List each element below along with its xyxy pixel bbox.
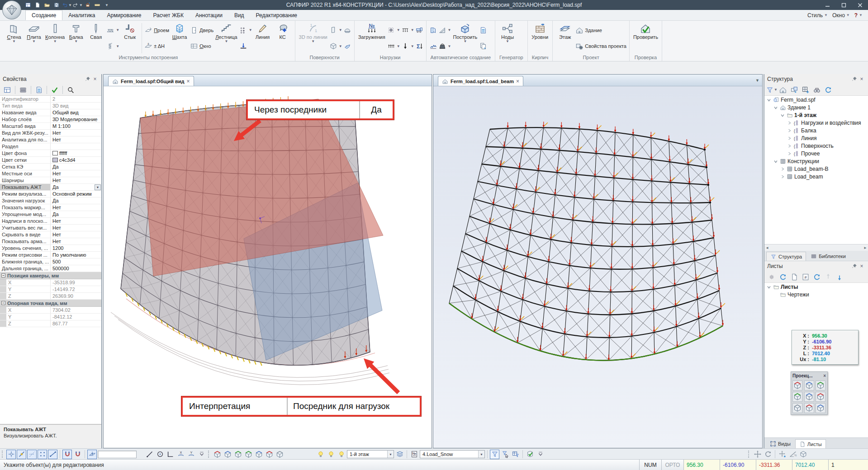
property-row[interactable]: Y-14149.72	[0, 286, 101, 293]
dropdown-icon[interactable]: ▼	[95, 184, 101, 190]
ribbon-button-Загружения[interactable]: №Загружения	[357, 22, 387, 54]
numbering-button[interactable]: #	[801, 273, 810, 282]
ribbon-button-shellcard[interactable]	[343, 40, 351, 52]
property-row[interactable]: Идентификатор2	[0, 96, 101, 103]
minimize-button-icon[interactable]	[819, 0, 835, 10]
viewport2-canvas[interactable]	[433, 86, 762, 448]
property-row[interactable]: Набор слоёв3D Моделирование	[0, 116, 101, 123]
structure-tree-item[interactable]: {Поверхность	[764, 142, 868, 150]
tab-list-icon[interactable]: ▼	[755, 78, 759, 83]
set-filter-button[interactable]: ▼	[767, 85, 776, 94]
new-sheet-button[interactable]	[790, 273, 799, 282]
pan-button[interactable]	[753, 450, 762, 459]
pin-icon[interactable]	[851, 263, 858, 270]
settings-button[interactable]	[767, 273, 776, 282]
magnet-view-button[interactable]	[62, 450, 72, 459]
overflow-down-button[interactable]	[536, 450, 545, 459]
filter-table-button[interactable]	[511, 450, 520, 459]
ribbon-button-points[interactable]: ▼	[239, 24, 252, 36]
overflow-down-button[interactable]: ▼	[102, 0, 111, 9]
magnet-object-button[interactable]	[73, 450, 82, 459]
viewport2-tab[interactable]: Ferm_load.spf:Load_beam ×	[438, 76, 523, 86]
ribbon-button-dist-load[interactable]: ▼	[401, 24, 414, 36]
update-sheet-button[interactable]	[812, 273, 821, 282]
projection-left-button[interactable]	[792, 392, 802, 402]
menu-?[interactable]: ?▼	[854, 12, 863, 19]
rotate-x-button[interactable]: X	[176, 450, 185, 459]
ribbon-button-group-load[interactable]: ▼	[387, 40, 400, 52]
property-section[interactable]: −Опорная точка вида, мм	[0, 300, 101, 307]
structure-tree-item[interactable]: Load_beam-B	[764, 165, 868, 173]
projection-right-button[interactable]	[816, 392, 825, 402]
slope-button[interactable]: %	[788, 450, 797, 459]
snap-line-button[interactable]	[17, 450, 26, 459]
redo-button[interactable]: ▼	[72, 0, 83, 9]
refresh-button[interactable]	[778, 273, 787, 282]
projection-top-button[interactable]	[804, 381, 814, 390]
ribbon-button-moving-load[interactable]	[415, 24, 423, 36]
property-row[interactable]: Вид для ЖБК-резу...Нет	[0, 130, 101, 136]
menu-Окно[interactable]: Окно▼	[832, 12, 850, 19]
save-file-button[interactable]	[52, 0, 61, 9]
ribbon-button-Здание[interactable]: Здание	[575, 24, 626, 36]
filter-model-button[interactable]	[490, 450, 499, 459]
structure-tree-item[interactable]: Здание 1	[764, 103, 868, 111]
ribbon-button-Построить[interactable]: Построить▼	[451, 22, 479, 54]
snap-guides-button[interactable]	[27, 450, 37, 459]
close-button-icon[interactable]	[852, 0, 868, 10]
move-down-button[interactable]	[835, 273, 844, 282]
property-row[interactable]: Показывать АЖТДа▼	[0, 184, 101, 191]
property-row[interactable]: Название видаОбщий вид	[0, 109, 101, 116]
ribbon-button-layers-doc[interactable]	[479, 24, 487, 36]
ribbon-button-Уровни[interactable]: Уровни	[530, 22, 550, 54]
property-row[interactable]: Учитывать вес ли...Нет	[0, 225, 101, 231]
ribbon-button-auto-wall[interactable]	[429, 24, 437, 36]
sheets-tree-item[interactable]: Чертежи	[764, 291, 868, 298]
new-file-button[interactable]	[33, 0, 42, 9]
bottom-tab-Виды[interactable]: Виды	[766, 439, 794, 448]
coord-input[interactable]	[98, 451, 137, 458]
property-row[interactable]: Упрощенные мод...Да	[0, 211, 101, 218]
projection-fit-button[interactable]	[804, 392, 814, 402]
structure-tree-item[interactable]: Load_beam	[764, 173, 868, 180]
structure-tree-item[interactable]: {Линия	[764, 134, 868, 142]
projection-iso-button[interactable]	[792, 381, 802, 390]
bottom-tab-Листы[interactable]: Листы	[795, 439, 826, 448]
bulb-floor-button[interactable]	[337, 450, 346, 459]
ribbon-button-КС[interactable]: КС	[273, 22, 293, 54]
undo-button[interactable]: ▼	[62, 0, 72, 9]
property-row[interactable]: Скрывать в видеНет	[0, 231, 101, 238]
apply-check-button[interactable]	[525, 450, 535, 459]
viewport1-canvas[interactable]: Через посредники Да Интерпретация Посред…	[104, 86, 432, 448]
ribbon-button-copy-doc[interactable]	[479, 40, 487, 52]
close-tab-icon[interactable]: ×	[516, 78, 519, 85]
ribbon-button-slope-gen[interactable]: ▼	[438, 24, 451, 36]
search-button[interactable]	[66, 85, 75, 94]
views-list-button[interactable]	[24, 0, 33, 9]
bulb-button[interactable]	[316, 450, 325, 459]
ribbon-button-Этаж[interactable]: Этаж	[555, 22, 575, 54]
rotate-y-button[interactable]: Y	[186, 450, 196, 459]
ribbon-tab-Армирование[interactable]: Армирование	[101, 10, 147, 20]
ribbon-button-dome[interactable]	[343, 24, 351, 36]
filter-cursor-button[interactable]	[500, 450, 510, 459]
ribbon-tab-Создание[interactable]: Создание	[25, 10, 62, 20]
projection-bottom-button[interactable]	[804, 403, 814, 413]
close-palette-icon[interactable]: ×	[823, 373, 826, 378]
snap-points-button[interactable]	[38, 450, 47, 459]
property-row[interactable]: X7304.02	[0, 307, 101, 314]
property-row[interactable]: Надписи в плоско...Нет	[0, 218, 101, 225]
pan-step-button[interactable]	[778, 450, 787, 459]
structure-tree-item[interactable]: Конструкции	[764, 157, 868, 165]
viewport1-tab[interactable]: Ferm_load.spf:Общий вид ×	[108, 76, 194, 86]
level-select[interactable]: 1-й этаж▼	[347, 450, 394, 458]
binoculars-button[interactable]	[812, 85, 821, 94]
ribbon-button-truss[interactable]: ▼	[106, 24, 119, 36]
ortho-corner-button[interactable]	[166, 450, 175, 459]
cube-b-button[interactable]	[223, 450, 232, 459]
check-list-button[interactable]	[34, 85, 43, 94]
ribbon-tab-Вид[interactable]: Вид	[228, 10, 250, 20]
projection-front-button[interactable]	[816, 381, 825, 390]
ribbon-button-area-load[interactable]: ▼	[387, 24, 400, 36]
structure-tree-item[interactable]: {Прочее	[764, 150, 868, 157]
